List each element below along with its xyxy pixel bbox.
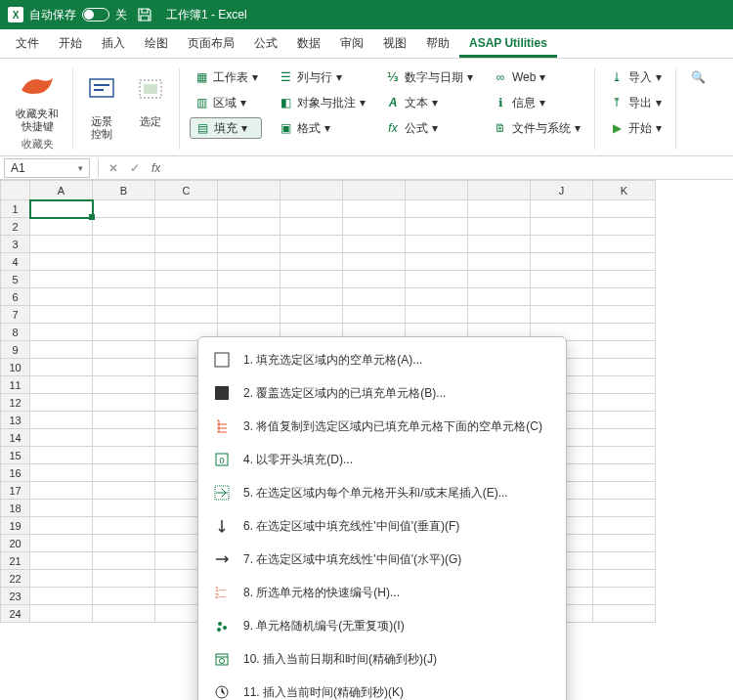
cell[interactable] <box>343 253 406 271</box>
cell[interactable] <box>30 429 93 447</box>
fx-icon[interactable]: fx <box>146 161 166 175</box>
cell[interactable] <box>93 605 155 623</box>
cell[interactable] <box>531 306 593 324</box>
save-icon[interactable] <box>137 7 152 22</box>
cell[interactable] <box>280 200 343 218</box>
cell[interactable] <box>593 552 656 570</box>
formula-button[interactable]: fx公式▾ <box>381 117 477 139</box>
tab-9[interactable]: 帮助 <box>416 28 459 58</box>
row-header[interactable]: 4 <box>1 253 30 271</box>
fill-menu-item-2[interactable]: 2. 覆盖选定区域内的已填充单元格(B)... <box>198 376 566 410</box>
tab-5[interactable]: 公式 <box>244 28 287 58</box>
cell[interactable] <box>218 200 280 218</box>
search-button[interactable]: 🔍 <box>686 66 710 88</box>
cell[interactable] <box>30 359 93 376</box>
row-header[interactable]: 24 <box>1 605 30 623</box>
select-all-corner[interactable] <box>1 181 30 200</box>
cell[interactable] <box>93 324 155 341</box>
fill-button[interactable]: ▤填充▾ <box>190 117 262 139</box>
cell[interactable] <box>593 464 656 482</box>
cell[interactable] <box>93 447 155 464</box>
cell[interactable] <box>593 341 656 359</box>
cell[interactable] <box>30 482 93 500</box>
cell[interactable] <box>30 200 93 218</box>
cell[interactable] <box>30 464 93 482</box>
cell[interactable] <box>406 288 468 306</box>
col-header[interactable]: A <box>30 181 93 200</box>
cell[interactable] <box>30 236 93 253</box>
import-button[interactable]: ⤓导入▾ <box>605 66 666 88</box>
cell[interactable] <box>93 394 155 412</box>
cell[interactable] <box>218 218 280 236</box>
info-button[interactable]: ℹ信息▾ <box>489 92 584 113</box>
cell[interactable] <box>343 236 406 253</box>
cell[interactable] <box>155 236 218 253</box>
row-header[interactable]: 20 <box>1 535 30 552</box>
cell[interactable] <box>93 288 155 306</box>
cell[interactable] <box>593 517 656 535</box>
cell[interactable] <box>593 412 656 429</box>
cell[interactable] <box>406 218 468 236</box>
cell[interactable] <box>468 236 531 253</box>
fill-menu-item-8[interactable]: 1—2—8. 所选单元格的快速编号(H)... <box>198 576 566 609</box>
cell[interactable] <box>30 324 93 341</box>
filesys-button[interactable]: 🗎文件与系统▾ <box>489 117 584 139</box>
tab-6[interactable]: 数据 <box>287 28 330 58</box>
tab-7[interactable]: 审阅 <box>330 28 373 58</box>
cell[interactable] <box>531 236 593 253</box>
cell[interactable] <box>30 376 93 394</box>
cell[interactable] <box>93 218 155 236</box>
row-header[interactable]: 18 <box>1 500 30 517</box>
cell[interactable] <box>468 306 531 324</box>
tab-10[interactable]: ASAP Utilities <box>459 28 557 58</box>
cell[interactable] <box>280 306 343 324</box>
col-header[interactable]: C <box>155 181 218 200</box>
accept-formula-icon[interactable]: ✓ <box>124 161 146 175</box>
cell[interactable] <box>30 253 93 271</box>
fill-menu-item-5[interactable]: 5. 在选定区域内每个单元格开头和/或末尾插入(E)... <box>198 476 566 509</box>
tab-1[interactable]: 开始 <box>49 28 92 58</box>
row-header[interactable]: 22 <box>1 570 30 588</box>
tab-0[interactable]: 文件 <box>6 28 49 58</box>
cell[interactable] <box>93 517 155 535</box>
cell[interactable] <box>30 394 93 412</box>
col-header[interactable] <box>468 181 531 200</box>
cell[interactable] <box>30 218 93 236</box>
tab-4[interactable]: 页面布局 <box>178 28 244 58</box>
cell[interactable] <box>468 200 531 218</box>
select-group[interactable]: 选定 <box>126 63 175 155</box>
cell[interactable] <box>593 429 656 447</box>
row-header[interactable]: 10 <box>1 359 30 376</box>
format-button[interactable]: ▣格式▾ <box>274 117 369 139</box>
cell[interactable] <box>593 288 656 306</box>
cell[interactable] <box>30 552 93 570</box>
cell[interactable] <box>406 236 468 253</box>
row-header[interactable]: 3 <box>1 236 30 253</box>
row-header[interactable]: 13 <box>1 412 30 429</box>
cell[interactable] <box>593 306 656 324</box>
fill-menu-item-3[interactable]: 3. 将值复制到选定区域内已填充单元格下面的空单元格(C) <box>198 410 566 443</box>
cell[interactable] <box>93 359 155 376</box>
cell[interactable] <box>93 535 155 552</box>
cell[interactable] <box>280 271 343 288</box>
name-box[interactable]: A1 ▾ <box>4 158 90 178</box>
cell[interactable] <box>593 376 656 394</box>
row-header[interactable]: 14 <box>1 429 30 447</box>
row-header[interactable]: 23 <box>1 588 30 605</box>
cell[interactable] <box>218 288 280 306</box>
cell[interactable] <box>93 236 155 253</box>
cell[interactable] <box>406 253 468 271</box>
cell[interactable] <box>593 500 656 517</box>
cell[interactable] <box>218 253 280 271</box>
cell[interactable] <box>593 218 656 236</box>
col-header[interactable] <box>406 181 468 200</box>
row-header[interactable]: 21 <box>1 552 30 570</box>
cell[interactable] <box>593 359 656 376</box>
col-header[interactable]: J <box>531 181 593 200</box>
cell[interactable] <box>30 605 93 623</box>
cell[interactable] <box>218 306 280 324</box>
cell[interactable] <box>593 482 656 500</box>
cell[interactable] <box>593 324 656 341</box>
fill-menu-item-10[interactable]: 10. 插入当前日期和时间(精确到秒)(J) <box>198 642 566 676</box>
cell[interactable] <box>280 253 343 271</box>
